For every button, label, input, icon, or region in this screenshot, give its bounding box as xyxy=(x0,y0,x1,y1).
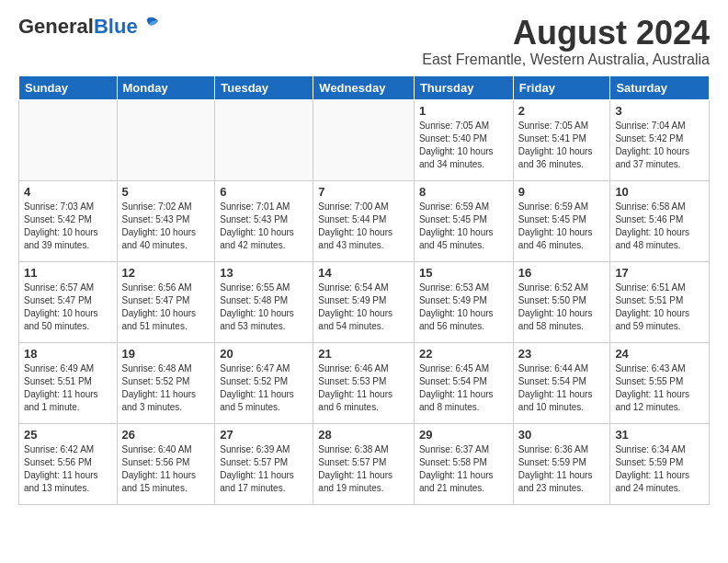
day-number: 31 xyxy=(615,428,704,442)
week-row-1: 1Sunrise: 7:05 AM Sunset: 5:40 PM Daylig… xyxy=(19,99,710,180)
days-of-week-row: SundayMondayTuesdayWednesdayThursdayFrid… xyxy=(19,75,710,99)
calendar-cell xyxy=(117,99,215,180)
day-info: Sunrise: 7:05 AM Sunset: 5:40 PM Dayligh… xyxy=(419,120,508,171)
day-info: Sunrise: 6:57 AM Sunset: 5:47 PM Dayligh… xyxy=(24,282,112,333)
day-info: Sunrise: 6:58 AM Sunset: 5:46 PM Dayligh… xyxy=(615,201,704,252)
day-info: Sunrise: 7:02 AM Sunset: 5:43 PM Dayligh… xyxy=(122,201,210,252)
calendar-cell: 17Sunrise: 6:51 AM Sunset: 5:51 PM Dayli… xyxy=(610,261,710,342)
day-number: 15 xyxy=(419,266,508,280)
day-info: Sunrise: 6:37 AM Sunset: 5:58 PM Dayligh… xyxy=(419,443,508,495)
day-number: 8 xyxy=(419,185,508,199)
day-info: Sunrise: 7:00 AM Sunset: 5:44 PM Dayligh… xyxy=(318,201,409,252)
day-info: Sunrise: 6:43 AM Sunset: 5:55 PM Dayligh… xyxy=(615,362,704,414)
calendar-cell: 31Sunrise: 6:34 AM Sunset: 5:59 PM Dayli… xyxy=(610,423,710,504)
calendar-header: SundayMondayTuesdayWednesdayThursdayFrid… xyxy=(19,75,710,99)
week-row-4: 18Sunrise: 6:49 AM Sunset: 5:51 PM Dayli… xyxy=(19,342,710,423)
day-number: 2 xyxy=(518,104,606,118)
calendar-cell: 24Sunrise: 6:43 AM Sunset: 5:55 PM Dayli… xyxy=(610,342,710,423)
day-number: 10 xyxy=(615,185,704,199)
calendar-cell: 6Sunrise: 7:01 AM Sunset: 5:43 PM Daylig… xyxy=(215,180,313,261)
calendar-cell: 11Sunrise: 6:57 AM Sunset: 5:47 PM Dayli… xyxy=(19,261,118,342)
day-number: 20 xyxy=(220,347,308,361)
day-info: Sunrise: 6:39 AM Sunset: 5:57 PM Dayligh… xyxy=(220,443,308,495)
day-of-week-tuesday: Tuesday xyxy=(215,75,313,99)
day-number: 27 xyxy=(220,428,308,442)
calendar-cell: 14Sunrise: 6:54 AM Sunset: 5:49 PM Dayli… xyxy=(313,261,415,342)
calendar-subtitle: East Fremantle, Western Australia, Austr… xyxy=(422,52,710,68)
day-info: Sunrise: 6:53 AM Sunset: 5:49 PM Dayligh… xyxy=(419,282,508,333)
day-info: Sunrise: 6:55 AM Sunset: 5:48 PM Dayligh… xyxy=(220,282,308,333)
title-block: August 2024 East Fremantle, Western Aust… xyxy=(422,15,710,68)
calendar-cell: 15Sunrise: 6:53 AM Sunset: 5:49 PM Dayli… xyxy=(414,261,513,342)
day-info: Sunrise: 6:56 AM Sunset: 5:47 PM Dayligh… xyxy=(122,282,210,333)
calendar-cell: 9Sunrise: 6:59 AM Sunset: 5:45 PM Daylig… xyxy=(513,180,610,261)
calendar-cell: 12Sunrise: 6:56 AM Sunset: 5:47 PM Dayli… xyxy=(117,261,215,342)
day-number: 28 xyxy=(318,428,409,442)
day-info: Sunrise: 6:34 AM Sunset: 5:59 PM Dayligh… xyxy=(615,443,704,495)
calendar-cell: 19Sunrise: 6:48 AM Sunset: 5:52 PM Dayli… xyxy=(117,342,215,423)
calendar-cell: 27Sunrise: 6:39 AM Sunset: 5:57 PM Dayli… xyxy=(215,423,313,504)
day-info: Sunrise: 7:01 AM Sunset: 5:43 PM Dayligh… xyxy=(220,201,308,252)
calendar-cell: 20Sunrise: 6:47 AM Sunset: 5:52 PM Dayli… xyxy=(215,342,313,423)
day-info: Sunrise: 6:48 AM Sunset: 5:52 PM Dayligh… xyxy=(122,362,210,414)
week-row-3: 11Sunrise: 6:57 AM Sunset: 5:47 PM Dayli… xyxy=(19,261,710,342)
day-info: Sunrise: 6:59 AM Sunset: 5:45 PM Dayligh… xyxy=(419,201,508,252)
calendar-cell: 23Sunrise: 6:44 AM Sunset: 5:54 PM Dayli… xyxy=(513,342,610,423)
calendar-cell: 26Sunrise: 6:40 AM Sunset: 5:56 PM Dayli… xyxy=(117,423,215,504)
day-info: Sunrise: 7:05 AM Sunset: 5:41 PM Dayligh… xyxy=(518,120,606,171)
calendar-cell: 30Sunrise: 6:36 AM Sunset: 5:59 PM Dayli… xyxy=(513,423,610,504)
calendar-cell: 21Sunrise: 6:46 AM Sunset: 5:53 PM Dayli… xyxy=(313,342,415,423)
day-info: Sunrise: 6:45 AM Sunset: 5:54 PM Dayligh… xyxy=(419,362,508,414)
day-number: 14 xyxy=(318,266,409,280)
day-info: Sunrise: 6:47 AM Sunset: 5:52 PM Dayligh… xyxy=(220,362,308,414)
day-number: 4 xyxy=(24,185,112,199)
calendar-cell xyxy=(313,99,415,180)
week-row-5: 25Sunrise: 6:42 AM Sunset: 5:56 PM Dayli… xyxy=(19,423,710,504)
day-number: 7 xyxy=(318,185,409,199)
day-number: 29 xyxy=(419,428,508,442)
day-info: Sunrise: 6:54 AM Sunset: 5:49 PM Dayligh… xyxy=(318,282,409,333)
calendar-cell: 10Sunrise: 6:58 AM Sunset: 5:46 PM Dayli… xyxy=(610,180,710,261)
day-info: Sunrise: 6:51 AM Sunset: 5:51 PM Dayligh… xyxy=(615,282,704,333)
calendar-cell: 4Sunrise: 7:03 AM Sunset: 5:42 PM Daylig… xyxy=(19,180,118,261)
day-number: 17 xyxy=(615,266,704,280)
day-number: 23 xyxy=(518,347,606,361)
day-number: 12 xyxy=(122,266,210,280)
day-info: Sunrise: 6:49 AM Sunset: 5:51 PM Dayligh… xyxy=(24,362,112,414)
calendar-cell: 18Sunrise: 6:49 AM Sunset: 5:51 PM Dayli… xyxy=(19,342,118,423)
day-of-week-wednesday: Wednesday xyxy=(313,75,415,99)
page-header: GeneralBlue August 2024 East Fremantle, … xyxy=(18,15,710,68)
calendar-table: SundayMondayTuesdayWednesdayThursdayFrid… xyxy=(18,75,710,505)
day-info: Sunrise: 6:44 AM Sunset: 5:54 PM Dayligh… xyxy=(518,362,606,414)
logo-bird-icon xyxy=(140,16,160,34)
day-number: 26 xyxy=(122,428,210,442)
calendar-cell xyxy=(19,99,118,180)
calendar-cell: 1Sunrise: 7:05 AM Sunset: 5:40 PM Daylig… xyxy=(414,99,513,180)
day-number: 11 xyxy=(24,266,112,280)
day-of-week-thursday: Thursday xyxy=(414,75,513,99)
day-info: Sunrise: 6:52 AM Sunset: 5:50 PM Dayligh… xyxy=(518,282,606,333)
day-number: 5 xyxy=(122,185,210,199)
day-of-week-friday: Friday xyxy=(513,75,610,99)
day-info: Sunrise: 6:36 AM Sunset: 5:59 PM Dayligh… xyxy=(518,443,606,495)
calendar-cell: 28Sunrise: 6:38 AM Sunset: 5:57 PM Dayli… xyxy=(313,423,415,504)
day-number: 16 xyxy=(518,266,606,280)
day-info: Sunrise: 6:42 AM Sunset: 5:56 PM Dayligh… xyxy=(24,443,112,495)
calendar-cell: 29Sunrise: 6:37 AM Sunset: 5:58 PM Dayli… xyxy=(414,423,513,504)
day-info: Sunrise: 7:04 AM Sunset: 5:42 PM Dayligh… xyxy=(615,120,704,171)
calendar-cell: 22Sunrise: 6:45 AM Sunset: 5:54 PM Dayli… xyxy=(414,342,513,423)
calendar-cell: 8Sunrise: 6:59 AM Sunset: 5:45 PM Daylig… xyxy=(414,180,513,261)
day-number: 13 xyxy=(220,266,308,280)
calendar-cell: 16Sunrise: 6:52 AM Sunset: 5:50 PM Dayli… xyxy=(513,261,610,342)
week-row-2: 4Sunrise: 7:03 AM Sunset: 5:42 PM Daylig… xyxy=(19,180,710,261)
calendar-cell: 3Sunrise: 7:04 AM Sunset: 5:42 PM Daylig… xyxy=(610,99,710,180)
calendar-cell: 25Sunrise: 6:42 AM Sunset: 5:56 PM Dayli… xyxy=(19,423,118,504)
day-number: 22 xyxy=(419,347,508,361)
day-info: Sunrise: 7:03 AM Sunset: 5:42 PM Dayligh… xyxy=(24,201,112,252)
day-number: 21 xyxy=(318,347,409,361)
calendar-cell: 5Sunrise: 7:02 AM Sunset: 5:43 PM Daylig… xyxy=(117,180,215,261)
day-info: Sunrise: 6:46 AM Sunset: 5:53 PM Dayligh… xyxy=(318,362,409,414)
day-info: Sunrise: 6:59 AM Sunset: 5:45 PM Dayligh… xyxy=(518,201,606,252)
calendar-title: August 2024 xyxy=(422,15,710,52)
calendar-cell: 7Sunrise: 7:00 AM Sunset: 5:44 PM Daylig… xyxy=(313,180,415,261)
